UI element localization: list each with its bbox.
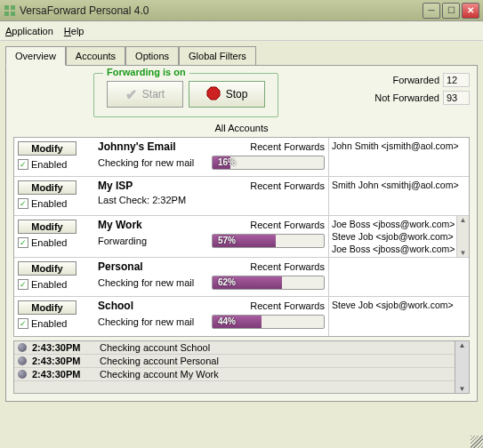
recent-forwards-label: Recent Forwards	[250, 261, 325, 272]
enabled-checkbox[interactable]: ✓	[18, 318, 28, 329]
forward-entry: Joe Boss <jboss@work.com>	[332, 243, 466, 255]
forwards-scrollbar[interactable]: ▲▼	[456, 216, 469, 257]
recent-forwards-list	[328, 258, 469, 296]
forward-entry: Steve Job <sjob@work.com>	[332, 230, 466, 243]
log-time: 2:43:30PM	[32, 342, 94, 353]
notforwarded-value: 93	[443, 91, 470, 105]
tab-options[interactable]: Options	[125, 46, 179, 65]
recent-forwards-list: John Smith <jsmith@aol.com>	[328, 138, 469, 176]
resize-grip[interactable]	[471, 436, 483, 448]
progress-bar: 62%	[212, 276, 325, 290]
log-scrollbar[interactable]: ▲▼	[455, 341, 469, 393]
modify-button[interactable]: Modify	[18, 180, 76, 195]
account-name: Personal	[98, 260, 143, 273]
recent-forwards-label: Recent Forwards	[250, 141, 325, 152]
log-info-icon	[18, 370, 27, 379]
forward-entry: Joe Boss <jboss@work.com>	[332, 218, 466, 230]
account-name: My Work	[98, 219, 142, 231]
log-info-icon	[18, 343, 27, 352]
enabled-label: Enabled	[31, 237, 67, 248]
account-row: Modify✓EnabledPersonalRecent ForwardsChe…	[14, 258, 469, 297]
modify-button[interactable]: Modify	[18, 220, 76, 234]
recent-forwards-label: Recent Forwards	[250, 220, 325, 230]
recent-forwards-list: Joe Boss <jboss@work.com>Steve Job <sjob…	[328, 216, 469, 257]
tab-global-filters[interactable]: Global Filters	[179, 46, 256, 65]
start-label: Start	[142, 88, 165, 100]
all-accounts-header: All Accounts	[13, 123, 470, 133]
accounts-list: Modify✓EnabledJohnny's EmailRecent Forwa…	[13, 137, 470, 337]
enabled-label: Enabled	[31, 318, 67, 329]
account-status: Checking for new mail	[98, 157, 205, 168]
window-title: VersaForward Personal 4.0	[20, 4, 423, 17]
progress-label: 62%	[218, 277, 236, 287]
menu-application[interactable]: Application	[5, 26, 53, 36]
stop-label: Stop	[226, 88, 248, 100]
overview-panel: Forwarding is on ✔ Start Stop Forwarded	[5, 66, 478, 402]
progress-label: 57%	[218, 236, 236, 245]
stop-icon	[206, 86, 221, 103]
forwarded-value: 12	[443, 73, 470, 87]
svg-rect-3	[11, 12, 15, 16]
forwarded-label: Forwarded	[374, 75, 439, 85]
account-name: School	[98, 300, 133, 312]
progress-bar: 57%	[212, 234, 325, 248]
stop-button[interactable]: Stop	[189, 81, 265, 108]
minimize-button[interactable]: ─	[423, 3, 440, 19]
tab-accounts[interactable]: Accounts	[66, 46, 125, 65]
recent-forwards-list: Steve Job <sjob@work.com>	[328, 297, 469, 336]
svg-rect-0	[4, 5, 9, 10]
notforwarded-label: Not Forwarded	[374, 92, 439, 103]
progress-bar: 44%	[212, 315, 325, 329]
account-row: Modify✓EnabledJohnny's EmailRecent Forwa…	[14, 138, 469, 177]
log-info-icon	[18, 356, 27, 365]
enabled-checkbox[interactable]: ✓	[18, 237, 28, 248]
progress-label: 16%	[218, 157, 236, 167]
log-message: Checking account My Work	[100, 369, 219, 380]
app-icon	[4, 4, 16, 17]
account-name: Johnny's Email	[98, 140, 176, 153]
titlebar[interactable]: VersaForward Personal 4.0 ─ ☐ ✕	[0, 0, 483, 21]
progress-label: 44%	[218, 316, 236, 326]
forward-entry: John Smith <jsmith@aol.com>	[332, 140, 466, 152]
account-row: Modify✓EnabledSchoolRecent ForwardsCheck…	[14, 297, 469, 336]
svg-marker-4	[207, 87, 220, 100]
forwarding-group: Forwarding is on ✔ Start Stop	[93, 73, 278, 117]
log-row: 2:43:30PMChecking account Personal	[14, 355, 469, 368]
progress-bar: 16%	[212, 156, 325, 170]
start-button[interactable]: ✔ Start	[107, 81, 183, 108]
menu-help[interactable]: Help	[64, 26, 85, 36]
log-row: 2:43:30PMChecking account School	[14, 341, 469, 355]
account-name: My ISP	[98, 180, 133, 192]
svg-rect-2	[4, 12, 9, 16]
modify-button[interactable]: Modify	[18, 261, 76, 276]
enabled-label: Enabled	[31, 279, 67, 290]
forwarding-legend: Forwarding is on	[103, 67, 189, 77]
recent-forwards-list: Smith John <smithj@aol.com>	[328, 177, 469, 215]
log-message: Checking account School	[100, 342, 210, 353]
account-status: Checking for new mail	[98, 277, 205, 288]
account-row: Modify✓EnabledMy WorkRecent ForwardsForw…	[14, 216, 469, 258]
log-message: Checking account Personal	[100, 356, 219, 366]
account-status: Last Check: 2:32PM	[98, 195, 205, 205]
log-time: 2:43:30PM	[32, 356, 94, 366]
enabled-label: Enabled	[31, 198, 67, 209]
tab-strip: Overview Accounts Options Global Filters	[5, 46, 478, 66]
account-status: Forwarding	[98, 236, 205, 246]
log-row: 2:43:30PMChecking account My Work	[14, 368, 469, 381]
recent-forwards-label: Recent Forwards	[250, 300, 325, 311]
enabled-checkbox[interactable]: ✓	[18, 159, 28, 170]
enabled-checkbox[interactable]: ✓	[18, 279, 28, 290]
log-time: 2:43:30PM	[32, 369, 94, 380]
maximize-button[interactable]: ☐	[442, 3, 460, 19]
tab-overview[interactable]: Overview	[5, 46, 66, 66]
enabled-label: Enabled	[31, 159, 67, 170]
stats-area: Forwarded 12 Not Forwarded 93	[374, 73, 470, 105]
modify-button[interactable]: Modify	[18, 141, 76, 156]
modify-button[interactable]: Modify	[18, 300, 76, 315]
account-status: Checking for new mail	[98, 316, 205, 327]
enabled-checkbox[interactable]: ✓	[18, 198, 28, 209]
log-area: 2:43:30PMChecking account School2:43:30P…	[13, 340, 470, 394]
recent-forwards-label: Recent Forwards	[250, 180, 325, 191]
close-button[interactable]: ✕	[462, 3, 479, 19]
account-row: Modify✓EnabledMy ISPRecent ForwardsLast …	[14, 177, 469, 216]
